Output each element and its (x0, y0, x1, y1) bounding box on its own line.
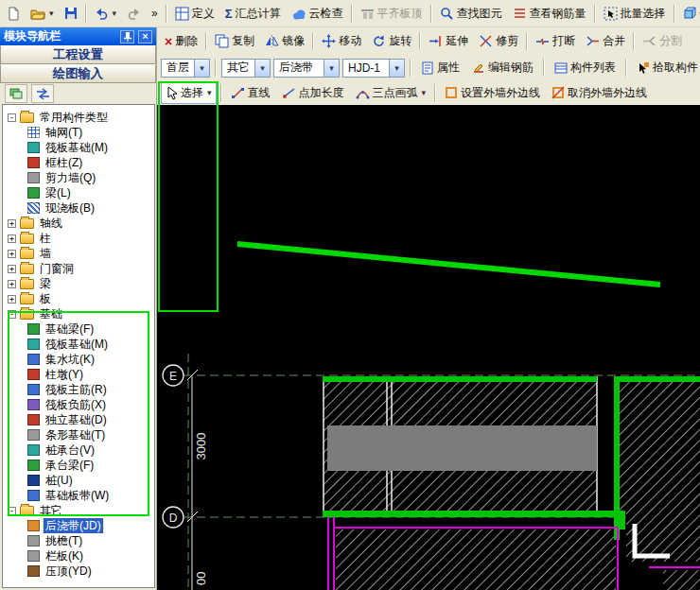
tree-item[interactable]: 条形基础(T) (3, 427, 154, 442)
undo-button[interactable]: ▾ (90, 3, 122, 25)
pin-button[interactable] (120, 30, 134, 43)
component-list-icon (554, 61, 568, 75)
tree-folder[interactable]: +梁 (3, 276, 154, 291)
set-outer-wall-edge-button[interactable]: 设置外墙外边线 (440, 82, 545, 104)
tree-folder[interactable]: +轴线 (3, 216, 154, 231)
line-tool-button[interactable]: 直线 (226, 82, 275, 104)
select-button[interactable]: 选择▾ (161, 82, 217, 104)
extend-button[interactable]: 延伸 (424, 30, 473, 52)
expander-icon[interactable]: + (8, 219, 16, 228)
tree-item[interactable]: 承台梁(F) (3, 458, 154, 473)
tree-folder[interactable]: +板 (3, 291, 154, 306)
tree-folder[interactable]: +门窗洞 (3, 261, 154, 276)
tree-item[interactable]: 梁(L) (3, 185, 154, 200)
new-file-button[interactable] (3, 3, 25, 25)
component-list-button[interactable]: 构件列表 (550, 57, 621, 78)
tree-folder[interactable]: +墙 (3, 246, 154, 261)
tree-item[interactable]: 桩(U) (3, 473, 154, 488)
tree-item[interactable]: 独立基础(D) (3, 412, 154, 427)
save-button[interactable] (60, 3, 82, 25)
svg-text:D: D (169, 512, 178, 525)
split-button[interactable]: 分割 (638, 30, 687, 52)
tree-item[interactable]: 桩承台(V) (3, 442, 154, 458)
close-panel-button[interactable]: × (138, 30, 152, 43)
component-combo[interactable]: HJD-1▾ (342, 59, 405, 78)
tree-item[interactable]: 基础梁(F) (3, 321, 154, 337)
tree-item[interactable]: 剪力墙(Q) (3, 170, 154, 185)
tree-item[interactable]: 集水坑(K) (3, 352, 154, 367)
tree-item[interactable]: 挑檐(T) (3, 533, 154, 548)
category-combo-arrow[interactable]: ▾ (254, 60, 270, 77)
drawing-input-button[interactable]: 绘图输入 (0, 64, 156, 83)
drawing-area[interactable]: 3000 00 (157, 105, 700, 590)
component-type-combo-arrow[interactable]: ▾ (324, 60, 339, 77)
cloud-check-button[interactable]: 云检查 (287, 3, 348, 25)
expander-icon[interactable]: - (8, 310, 16, 319)
tree-item[interactable]: 压顶(YD) (3, 564, 154, 579)
swap-view-button[interactable] (31, 84, 54, 103)
floor-combo-arrow[interactable]: ▾ (194, 60, 209, 77)
tree-folder[interactable]: +柱 (3, 231, 154, 246)
redo-button[interactable] (122, 3, 146, 25)
define-button[interactable]: 定义 (170, 3, 219, 25)
properties-icon (421, 61, 434, 75)
tree-item[interactable]: 筏板主筋(R) (3, 382, 154, 397)
delete-button[interactable]: ×删除 (160, 30, 202, 52)
tree-item[interactable]: 现浇板(B) (3, 200, 154, 216)
component-type-combo[interactable]: 后浇带▾ (273, 59, 340, 78)
rotate-button[interactable]: 旋转 (367, 30, 416, 52)
move-button[interactable]: 移动 (317, 30, 366, 52)
find-element-button[interactable]: 查找图元 (435, 3, 507, 25)
edit-rebar-button[interactable]: 编辑钢筋 (467, 57, 538, 78)
tree-item[interactable]: 基础板带(W) (3, 488, 154, 503)
mirror-icon (265, 34, 279, 48)
new-file-icon (8, 7, 20, 21)
tree-item[interactable]: 栏板(K) (3, 548, 154, 564)
point-length-button[interactable]: 点加长度 (277, 82, 349, 104)
tree-item[interactable]: 框柱(Z) (3, 155, 154, 170)
flush-slab-top-button[interactable]: 平齐板顶 (356, 3, 428, 25)
merge-button[interactable]: 合并 (581, 30, 630, 52)
define-label: 定义 (192, 6, 215, 22)
expander-icon[interactable]: + (8, 234, 16, 243)
cad-canvas[interactable]: 3000 00 (157, 105, 700, 590)
floor-combo[interactable]: 首层▾ (161, 59, 210, 78)
tree-item[interactable]: 筏板基础(M) (3, 337, 154, 352)
copy-button[interactable]: 复制 (210, 30, 259, 52)
properties-button[interactable]: 属性 (416, 57, 464, 78)
tree-item[interactable]: 柱墩(Y) (3, 367, 154, 382)
mirror-button[interactable]: 镜像 (260, 30, 309, 52)
undo-icon (95, 7, 109, 21)
separator (594, 5, 596, 23)
trim-button[interactable]: 修剪 (474, 30, 523, 52)
cancel-outer-wall-edge-button[interactable]: 取消外墙外边线 (547, 82, 652, 104)
project-settings-button[interactable]: 工程设置 (0, 45, 156, 64)
layers-button[interactable] (5, 84, 27, 103)
three-point-arc-button[interactable]: 三点画弧▾ (351, 82, 431, 104)
separator (410, 59, 411, 77)
rebar-3d-button[interactable]: 钢筋三维 (678, 3, 700, 25)
pick-component-button[interactable]: 拾取构件 (632, 57, 700, 78)
view-rebar-qty-button[interactable]: 查看钢筋量 (508, 3, 591, 25)
expander-icon[interactable]: + (8, 265, 16, 273)
tree-folder-foundation[interactable]: -基础 (3, 306, 154, 321)
expander-icon[interactable]: + (8, 280, 16, 288)
toolbar-overflow-button[interactable]: » (147, 3, 163, 25)
component-combo-arrow[interactable]: ▾ (389, 60, 404, 77)
break-button[interactable]: 打断 (531, 30, 580, 52)
tree-item-selected[interactable]: 后浇带(JD) (3, 518, 154, 533)
open-file-button[interactable]: ▾ (26, 3, 59, 25)
tree-item[interactable]: 筏板负筋(X) (3, 397, 154, 412)
expander-icon[interactable]: + (8, 250, 16, 258)
summary-calc-button[interactable]: Σ汇总计算 (220, 3, 286, 25)
category-combo[interactable]: 其它▾ (221, 59, 271, 78)
tree-item[interactable]: 筏板基础(M) (3, 140, 154, 155)
tree-folder-other[interactable]: -其它 (3, 503, 154, 518)
tree-folder[interactable]: -常用构件类型 (3, 110, 154, 125)
separator (430, 5, 432, 23)
batch-select-button[interactable]: 批量选择 (599, 3, 671, 25)
expander-icon[interactable]: + (8, 295, 16, 304)
expander-icon[interactable]: - (8, 113, 16, 122)
tree-item[interactable]: 轴网(T) (3, 125, 154, 140)
expander-icon[interactable]: - (8, 507, 16, 515)
